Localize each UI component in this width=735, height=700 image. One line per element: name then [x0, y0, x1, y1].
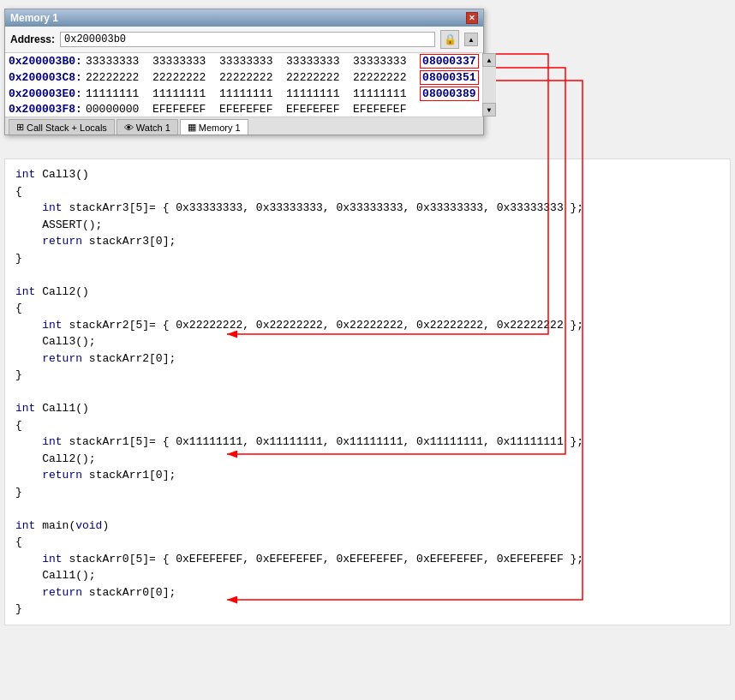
memory-content: 0x200003B0: 33333333 33333333 33333333 3… — [5, 53, 483, 117]
watch-icon: 👁 — [124, 123, 134, 133]
window-title: Memory 1 — [10, 12, 58, 24]
code-area: int Call3() { int stackArr3[5]= { 0x3333… — [4, 159, 731, 625]
tab-memory[interactable]: ▦ Memory 1 — [180, 119, 248, 135]
scroll-up[interactable]: ▲ — [482, 53, 496, 67]
code-line: } — [15, 601, 720, 618]
code-line: Call1(); — [15, 567, 720, 584]
address-input[interactable] — [60, 32, 435, 47]
code-line: { — [15, 534, 720, 551]
mem-addr: 0x200003C8: — [9, 71, 86, 84]
code-line: { — [15, 417, 720, 434]
address-label: Address: — [10, 33, 55, 45]
code-line: } — [15, 250, 720, 267]
code-spacer — [15, 500, 720, 518]
code-line: } — [15, 484, 720, 501]
scrollbar[interactable]: ▲ ▼ — [482, 53, 496, 117]
call1-return-line: return stackArr1[0]; — [15, 467, 720, 484]
code-line: int Call1() — [15, 400, 720, 417]
code-line: return stackArr3[0]; — [15, 233, 720, 250]
code-line: Call3(); — [15, 333, 720, 350]
code-line: } — [15, 367, 720, 384]
scroll-down[interactable]: ▼ — [482, 103, 496, 117]
code-line: int stackArr3[5]= { 0x33333333, 0x333333… — [15, 200, 720, 217]
window-tabs: ⊞ Call Stack + Locals 👁 Watch 1 ▦ Memory… — [5, 117, 483, 135]
code-line: int stackArr0[5]= { 0xEFEFEFEF, 0xEFEFEF… — [15, 551, 720, 568]
code-line: { — [15, 300, 720, 317]
memory-row: 0x200003E0: 11111111 11111111 11111111 1… — [5, 86, 482, 102]
code-spacer — [15, 384, 720, 401]
tab-watch-label: Watch 1 — [136, 123, 170, 133]
tab-memory-label: Memory 1 — [199, 123, 241, 133]
code-line: Call2(); — [15, 451, 720, 468]
mem-bytes: 22222222 22222222 22222222 22222222 2222… — [86, 71, 420, 84]
memory-row: 0x200003B0: 33333333 33333333 33333333 3… — [5, 53, 482, 69]
memory-row: 0x200003C8: 22222222 22222222 22222222 2… — [5, 69, 482, 86]
mem-highlight-3: 08000389 — [420, 87, 478, 101]
tab-callstack[interactable]: ⊞ Call Stack + Locals — [9, 119, 115, 135]
mem-addr: 0x200003E0: — [9, 87, 86, 100]
window-titlebar: Memory 1 ✕ — [5, 9, 483, 27]
mem-bytes: 00000000 EFEFEFEF EFEFEFEF EFEFEFEF EFEF… — [86, 103, 479, 116]
mem-addr: 0x200003B0: — [9, 55, 86, 68]
memory-rows: 0x200003B0: 33333333 33333333 33333333 3… — [5, 53, 482, 117]
code-line: ASSERT(); — [15, 217, 720, 234]
tab-callstack-label: Call Stack + Locals — [27, 123, 107, 133]
scroll-up-button[interactable]: ▲ — [464, 33, 478, 46]
code-line: int stackArr2[5]= { 0x22222222, 0x222222… — [15, 317, 720, 334]
memory-row: 0x200003F8: 00000000 EFEFEFEF EFEFEFEF E… — [5, 102, 482, 117]
code-line: int Call2() — [15, 284, 720, 301]
mem-highlight-1: 08000337 — [420, 54, 478, 69]
call2-return-line: return stackArr2[0]; — [15, 350, 720, 368]
mem-bytes: 33333333 33333333 33333333 33333333 3333… — [86, 55, 420, 68]
mem-bytes: 11111111 11111111 11111111 11111111 1111… — [86, 87, 420, 100]
address-bar: Address: 🔒 ▲ — [5, 27, 483, 53]
memory-window: Memory 1 ✕ Address: 🔒 ▲ 0x200003B0: 3333… — [4, 9, 484, 135]
main-return-line: return stackArr0[0]; — [15, 584, 720, 601]
code-line: { — [15, 183, 720, 200]
code-line: int Call3() — [15, 166, 720, 183]
callstack-icon: ⊞ — [16, 122, 24, 133]
mem-addr: 0x200003F8: — [9, 103, 86, 116]
memory-icon: ▦ — [188, 122, 196, 133]
code-spacer — [15, 266, 720, 284]
code-line: int main(void) — [15, 518, 720, 535]
lock-button[interactable]: 🔒 — [440, 30, 459, 49]
mem-highlight-2: 08000351 — [420, 70, 478, 85]
close-button[interactable]: ✕ — [466, 12, 478, 24]
code-line: int stackArr1[5]= { 0x11111111, 0x111111… — [15, 434, 720, 451]
tab-watch[interactable]: 👁 Watch 1 — [117, 119, 178, 135]
